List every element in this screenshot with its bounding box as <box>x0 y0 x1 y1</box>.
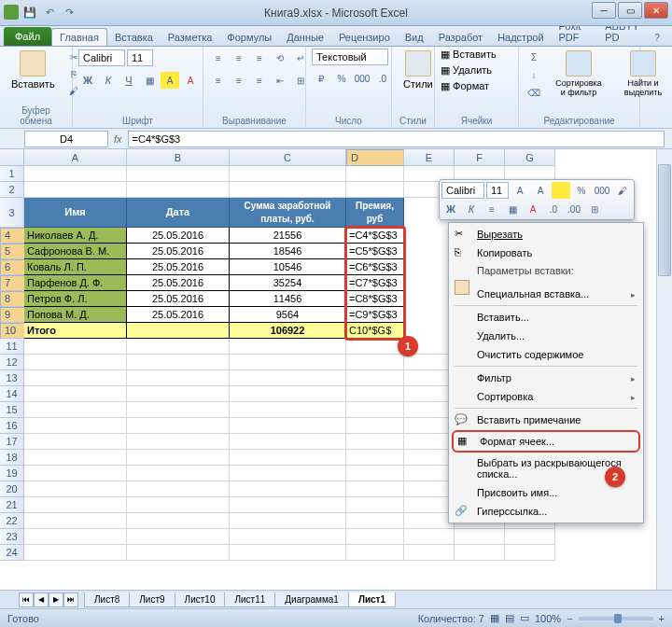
cell-B4[interactable]: 25.05.2016 <box>127 228 230 244</box>
cell-C12[interactable] <box>230 355 346 370</box>
align-left-icon[interactable]: ≡ <box>209 72 228 89</box>
col-header-C[interactable]: C <box>230 149 346 165</box>
cell-D2[interactable] <box>346 182 404 198</box>
cell-A24[interactable] <box>24 545 127 561</box>
format-cells-button[interactable]: ▦ Формат <box>441 80 489 92</box>
col-header-E[interactable]: E <box>404 149 455 165</box>
zoom-out-button[interactable]: − <box>567 613 572 624</box>
align-top-icon[interactable]: ≡ <box>209 49 228 66</box>
cell-A16[interactable] <box>24 418 127 434</box>
cell-C20[interactable] <box>230 481 346 497</box>
cell-D8[interactable]: =C8*$G$3 <box>346 291 404 307</box>
cell-B18[interactable] <box>127 450 230 466</box>
fill-icon[interactable]: ↓ <box>525 66 543 83</box>
cell-E20[interactable] <box>404 481 455 497</box>
cell-D4[interactable]: =C4*$G$3 <box>346 228 404 244</box>
cell-A14[interactable] <box>24 386 127 402</box>
col-header-A[interactable]: A <box>24 149 127 165</box>
row-header-18[interactable]: 18 <box>0 450 24 466</box>
cell-D19[interactable] <box>346 466 404 481</box>
cell-C14[interactable] <box>230 386 346 402</box>
cell-C2[interactable] <box>230 182 346 198</box>
sheet-nav-first[interactable]: ⏮ <box>19 592 34 607</box>
row-header-19[interactable]: 19 <box>0 466 24 481</box>
cell-C16[interactable] <box>230 418 346 434</box>
sheet-nav-last[interactable]: ⏭ <box>63 592 78 607</box>
cell-E18[interactable] <box>404 450 455 466</box>
cell-A10[interactable]: Итого <box>24 323 127 339</box>
cell-B14[interactable] <box>127 386 230 402</box>
ctx-comment[interactable]: 💬Вставить примечание <box>451 411 641 429</box>
mini-font[interactable]: Calibri <box>441 182 484 199</box>
minimize-button[interactable]: ─ <box>592 2 616 19</box>
ribbon-help-icon[interactable]: ? <box>648 29 666 46</box>
orientation-icon[interactable]: ⟲ <box>271 49 289 66</box>
cell-D10[interactable]: C10*$G$ <box>346 323 404 339</box>
font-size-select[interactable]: 11 <box>127 49 153 66</box>
mini-align[interactable]: ≡ <box>483 201 501 217</box>
close-button[interactable]: ✕ <box>644 2 668 19</box>
comma-icon[interactable]: 000 <box>353 70 371 87</box>
cell-E14[interactable] <box>404 386 455 402</box>
cell-B9[interactable]: 25.05.2016 <box>127 307 230 323</box>
bold-button[interactable]: Ж <box>78 72 97 89</box>
mini-size[interactable]: 11 <box>486 182 509 199</box>
ctx-filter[interactable]: Фильтр▸ <box>451 369 641 387</box>
cell-E22[interactable] <box>404 513 455 529</box>
mini-fontcolor[interactable]: A <box>524 201 542 217</box>
cell-C7[interactable]: 35254 <box>230 275 346 291</box>
cell-A22[interactable] <box>24 513 127 529</box>
number-format-select[interactable]: Текстовый <box>312 49 388 65</box>
tab-addins[interactable]: Надстрой <box>490 29 551 46</box>
cell-E21[interactable] <box>404 497 455 513</box>
cell-B1[interactable] <box>127 166 230 182</box>
cell-B13[interactable] <box>127 370 230 386</box>
row-header-23[interactable]: 23 <box>0 529 24 545</box>
cell-B23[interactable] <box>127 529 230 545</box>
cell-E23[interactable] <box>404 529 455 545</box>
cell-D3[interactable]: Премия, руб <box>346 198 404 228</box>
mini-painter-icon[interactable]: 🖌 <box>613 182 632 199</box>
row-header-15[interactable]: 15 <box>0 402 24 418</box>
cell-B21[interactable] <box>127 497 230 513</box>
cell-A20[interactable] <box>24 481 127 497</box>
cell-D22[interactable] <box>346 513 404 529</box>
row-header-3[interactable]: 3 <box>0 198 24 228</box>
cell-F23[interactable] <box>455 529 505 545</box>
align-right-icon[interactable]: ≡ <box>250 72 269 89</box>
paste-button[interactable]: Вставить <box>6 49 61 91</box>
cell-C15[interactable] <box>230 402 346 418</box>
cell-E17[interactable] <box>404 434 455 450</box>
font-color-button[interactable]: A <box>181 72 200 89</box>
cell-D14[interactable] <box>346 386 404 402</box>
cell-B20[interactable] <box>127 481 230 497</box>
cell-B11[interactable] <box>127 339 230 355</box>
cell-D12[interactable] <box>346 355 404 370</box>
row-header-14[interactable]: 14 <box>0 386 24 402</box>
view-normal-icon[interactable]: ▦ <box>490 612 499 624</box>
sheet-tab-Диаграмма1[interactable]: Диаграмма1 <box>274 592 349 607</box>
mini-comma-icon[interactable]: 000 <box>593 182 611 199</box>
zoom-slider[interactable] <box>579 617 653 620</box>
cell-B5[interactable]: 25.05.2016 <box>127 244 230 259</box>
cell-D16[interactable] <box>346 418 404 434</box>
tab-home[interactable]: Главная <box>51 28 107 46</box>
cell-C21[interactable] <box>230 497 346 513</box>
mini-italic[interactable]: К <box>462 201 481 217</box>
cell-E16[interactable] <box>404 418 455 434</box>
tab-developer[interactable]: Разработ <box>431 29 490 46</box>
cell-A4[interactable]: Николаев А. Д. <box>24 228 127 244</box>
cell-A19[interactable] <box>24 466 127 481</box>
mini-shrink-icon[interactable]: A <box>531 182 550 199</box>
cell-A7[interactable]: Парфенов Д. Ф. <box>24 275 127 291</box>
maximize-button[interactable]: ▭ <box>618 2 642 19</box>
sheet-tab-Лист10[interactable]: Лист10 <box>175 592 226 607</box>
cell-C11[interactable] <box>230 339 346 355</box>
name-box[interactable]: D4 <box>24 131 108 147</box>
cell-C4[interactable]: 21556 <box>230 228 346 244</box>
tab-formulas[interactable]: Формулы <box>219 29 279 46</box>
currency-icon[interactable]: ₽ <box>312 70 330 87</box>
row-header-21[interactable]: 21 <box>0 497 24 513</box>
ctx-format-cells[interactable]: ▦Формат ячеек... <box>454 432 638 451</box>
zoom-in-button[interactable]: + <box>659 613 665 624</box>
